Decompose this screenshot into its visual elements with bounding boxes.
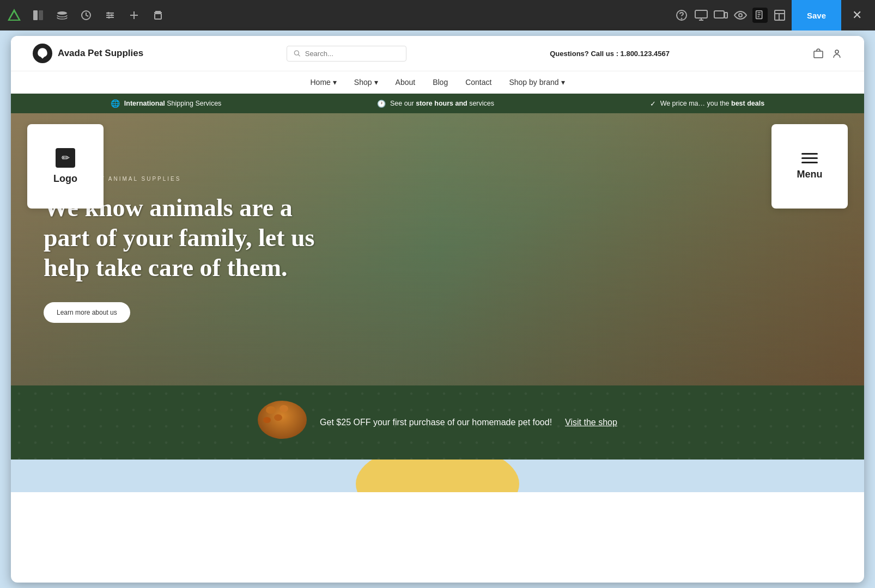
nav-item-home[interactable]: Home ▾ — [310, 78, 336, 87]
site-logo: Avada Pet Supplies — [33, 44, 143, 63]
svg-rect-17 — [695, 10, 707, 18]
nav-item-about[interactable]: About — [396, 78, 416, 87]
promo-link[interactable]: Visit the shop — [565, 418, 617, 427]
svg-point-30 — [295, 51, 299, 55]
save-button[interactable]: Save — [792, 0, 841, 30]
site-header: Avada Pet Supplies Questions? Call us : … — [11, 36, 864, 71]
site-navigation: Home ▾ Shop ▾ About Blog Contact Shop by… — [11, 71, 864, 94]
hamburger-icon — [801, 153, 818, 163]
chevron-down-icon: ▾ — [374, 78, 378, 87]
svg-point-4 — [57, 11, 67, 15]
search-icon — [294, 50, 301, 57]
nav-item-shop[interactable]: Shop ▾ — [354, 78, 378, 87]
avada-logo-icon[interactable] — [7, 8, 22, 23]
svg-rect-2 — [33, 10, 38, 20]
svg-point-10 — [111, 14, 113, 16]
history-icon[interactable] — [78, 8, 94, 23]
chevron-down-icon: ▾ — [333, 78, 337, 87]
responsive-icon[interactable] — [713, 8, 728, 23]
promo-bar: Get $25 OFF your first purchase of our h… — [11, 385, 864, 460]
sidebar-toggle-icon[interactable] — [31, 8, 46, 23]
search-input[interactable] — [305, 50, 399, 58]
announcement-bar: 🌐 International Shipping Services 🕐 See … — [11, 94, 864, 113]
kibble-image — [258, 401, 307, 444]
svg-point-11 — [108, 16, 110, 19]
hero-cta-button[interactable]: Learn more about us — [44, 302, 130, 323]
close-button[interactable]: ✕ — [846, 0, 868, 30]
chevron-down-icon: ▾ — [561, 78, 565, 87]
svg-line-31 — [299, 54, 300, 56]
promo-text: Get $25 OFF your first purchase of our h… — [320, 418, 552, 427]
eye-icon[interactable] — [733, 8, 748, 23]
svg-rect-21 — [725, 13, 727, 18]
svg-rect-14 — [155, 14, 161, 19]
svg-rect-32 — [814, 51, 823, 58]
nav-item-shop-by-brand[interactable]: Shop by brand ▾ — [509, 78, 564, 87]
svg-point-33 — [835, 50, 838, 53]
announcement-item-deals: ✓ We price ma… you the best deals — [650, 100, 765, 108]
logo-card-label: Logo — [53, 173, 77, 185]
svg-rect-20 — [714, 11, 724, 18]
toolbar: Save ✕ — [0, 0, 875, 30]
svg-rect-3 — [39, 10, 43, 20]
layers-icon[interactable] — [54, 8, 70, 23]
sliders-icon[interactable] — [102, 8, 118, 23]
menu-placeholder-card[interactable]: Menu — [771, 124, 848, 209]
toolbar-right: Save ✕ — [674, 0, 868, 30]
cart-icon[interactable] — [813, 48, 824, 59]
nav-item-blog[interactable]: Blog — [433, 78, 448, 87]
clock-icon: 🕐 — [377, 100, 386, 108]
svg-point-22 — [739, 14, 742, 17]
toolbar-left — [7, 8, 665, 23]
globe-icon: 🌐 — [111, 99, 120, 108]
template-icon[interactable] — [772, 8, 787, 23]
desktop-preview-icon[interactable] — [694, 8, 709, 23]
hero-section: ✏ Logo Menu FIND THE BEST ANIMAL SUPPLIE… — [11, 113, 864, 385]
svg-point-16 — [681, 19, 682, 19]
add-element-icon[interactable] — [126, 8, 142, 23]
menu-card-label: Menu — [797, 169, 823, 180]
checkmark-icon: ✓ — [650, 100, 656, 108]
header-icons — [813, 48, 842, 59]
site-name: Avada Pet Supplies — [58, 48, 143, 59]
logo-placeholder-card[interactable]: ✏ Logo — [27, 124, 104, 209]
yellow-circle-decoration — [356, 460, 519, 492]
page-options-icon[interactable] — [752, 8, 768, 23]
help-icon[interactable] — [674, 8, 689, 23]
svg-point-9 — [107, 12, 110, 14]
trash-icon[interactable] — [150, 8, 166, 23]
nav-item-contact[interactable]: Contact — [465, 78, 491, 87]
bottom-area — [11, 460, 864, 492]
search-bar[interactable] — [287, 46, 406, 62]
browser-window: Avada Pet Supplies Questions? Call us : … — [11, 36, 864, 583]
edit-icon: ✏ — [56, 148, 75, 168]
logo-image — [33, 44, 52, 63]
announcement-item-shipping: 🌐 International Shipping Services — [111, 99, 222, 108]
account-icon[interactable] — [831, 48, 842, 59]
header-contact: Questions? Call us : 1.800.123.4567 — [550, 50, 670, 58]
announcement-item-hours: 🕐 See our store hours and services — [377, 100, 494, 108]
